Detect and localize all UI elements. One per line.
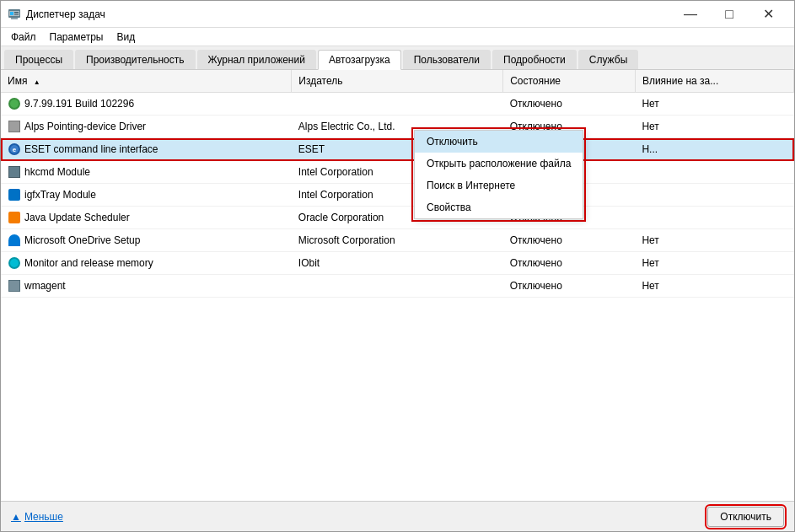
row-icon-5 [8,211,21,224]
less-link[interactable]: ▲ Меньше [11,511,63,523]
tab-autostart[interactable]: Автозагрузка [318,50,401,70]
table-row[interactable]: wmagent Отключено Нет [1,275,794,298]
row-name-7: Monitor and release memory [1,252,292,275]
table-row[interactable]: Microsoft OneDrive Setup Microsoft Corpo… [1,229,794,252]
title-text: Диспетчер задач [26,8,671,20]
table-row[interactable]: Java Update Scheduler Oracle Corporation… [1,207,794,229]
context-menu-search-internet[interactable]: Поиск в Интернете [415,175,583,196]
menu-view[interactable]: Вид [110,30,142,45]
row-icon-8 [8,279,21,293]
table-row[interactable]: 9.7.99.191 Build 102296 Отключено Нет [1,93,794,116]
tab-users[interactable]: Пользователи [403,50,491,69]
context-menu-open-location[interactable]: Открыть расположение файла [415,153,583,175]
disable-button[interactable]: Отключить [707,507,784,527]
col-impact[interactable]: Влияние на за... [635,70,793,93]
row-impact-4 [635,184,793,207]
svg-rect-4 [14,12,19,13]
tab-processes[interactable]: Процессы [4,50,73,69]
table-header-row: Имя ▲ Издатель Состояние Влияние на за..… [1,70,794,93]
col-publisher[interactable]: Издатель [292,70,503,93]
close-button[interactable]: ✕ [749,1,787,28]
app-window: Диспетчер задач — □ ✕ Файл Параметры Вид… [0,0,795,532]
row-impact-6: Нет [635,229,793,252]
row-status-6: Отключено [503,229,636,252]
menu-file[interactable]: Файл [4,30,43,45]
table-row[interactable]: e ESET command line interface ESET Включ… [1,138,794,161]
row-publisher-0 [292,93,503,116]
tab-services[interactable]: Службы [578,50,638,69]
row-name-6: Microsoft OneDrive Setup [1,229,292,252]
row-icon-3 [8,165,21,179]
row-status-0: Отключено [503,93,636,116]
menu-bar: Файл Параметры Вид [1,28,794,46]
menu-params[interactable]: Параметры [43,30,110,45]
row-icon-1 [8,120,21,133]
row-icon-4 [8,188,21,202]
chevron-up-icon: ▲ [11,511,21,523]
row-name-4: igfxTray Module [1,184,292,207]
row-name-1: Alps Pointing-device Driver [1,116,292,138]
row-impact-5 [635,207,793,229]
col-name[interactable]: Имя ▲ [1,70,292,93]
context-menu: Отключить Открыть расположение файла Пои… [414,130,583,219]
less-label: Меньше [24,511,63,523]
row-name-5: Java Update Scheduler [1,207,292,229]
row-impact-3 [635,161,793,184]
svg-rect-3 [10,12,13,15]
row-impact-7: Нет [635,252,793,275]
minimize-button[interactable]: — [671,1,710,28]
sort-arrow-name: ▲ [34,78,40,86]
row-status-7: Отключено [503,252,636,275]
svg-rect-5 [14,14,19,15]
row-publisher-6: Microsoft Corporation [292,229,503,252]
window-controls: — □ ✕ [671,1,787,28]
row-publisher-8 [292,275,503,298]
row-impact-8: Нет [635,275,793,298]
col-status[interactable]: Состояние [503,70,636,93]
startup-table: Имя ▲ Издатель Состояние Влияние на за..… [1,70,794,298]
table-row[interactable]: hkcmd Module Intel Corporation Отключено [1,161,794,184]
row-name-8: wmagent [1,275,292,298]
maximize-button[interactable]: □ [710,1,749,28]
tab-bar: Процессы Производительность Журнал прило… [1,46,794,70]
context-menu-disable[interactable]: Отключить [415,131,583,153]
tab-performance[interactable]: Производительность [75,50,195,69]
row-icon-7 [8,256,21,270]
main-content: Имя ▲ Издатель Состояние Влияние на за..… [1,70,794,494]
table-row[interactable]: igfxTray Module Intel Corporation Отключ… [1,184,794,207]
row-name-2: e ESET command line interface [1,138,292,161]
row-icon-0 [8,97,21,110]
table-row[interactable]: Alps Pointing-device Driver Alps Electri… [1,116,794,138]
row-icon-2: e [8,142,21,156]
row-name-3: hkcmd Module [1,161,292,184]
row-status-8: Отключено [503,275,636,298]
context-menu-properties[interactable]: Свойства [415,196,583,218]
table-body: 9.7.99.191 Build 102296 Отключено Нет Al… [1,93,794,298]
row-icon-6 [8,234,21,247]
tab-applog[interactable]: Журнал приложений [197,50,316,69]
svg-rect-1 [11,18,18,19]
row-impact-2: Н... [635,138,793,161]
table-row[interactable]: Monitor and release memory IObit Отключе… [1,252,794,275]
row-name-0: 9.7.99.191 Build 102296 [1,93,292,116]
status-bar: ▲ Меньше Отключить [1,501,794,531]
row-impact-0: Нет [635,93,793,116]
title-bar: Диспетчер задач — □ ✕ [1,1,794,28]
row-publisher-7: IObit [292,252,503,275]
app-icon [8,8,21,21]
tab-details[interactable]: Подробности [492,50,577,69]
row-impact-1: Нет [635,116,793,138]
